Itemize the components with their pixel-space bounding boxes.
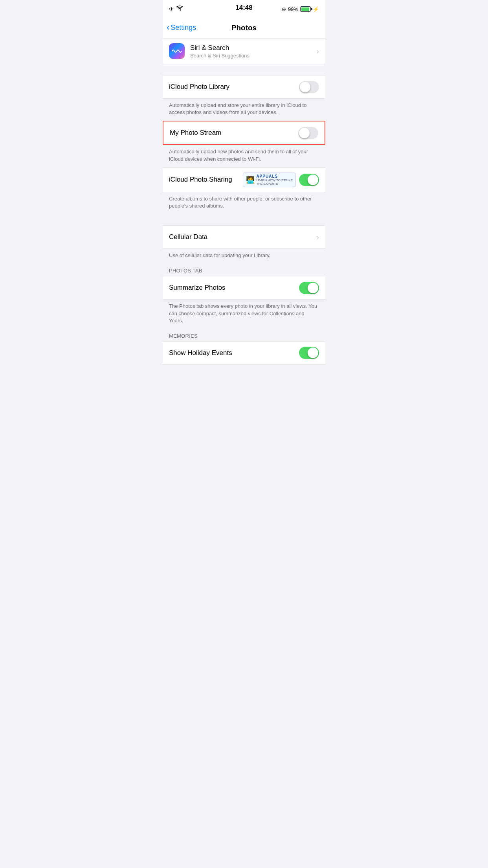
location-icon: ⊕ xyxy=(282,6,286,12)
section-separator-1 xyxy=(163,64,325,75)
toggle-thumb-stream xyxy=(299,128,310,138)
cellular-data-text: Cellular Data xyxy=(169,233,313,241)
siri-row-text: Siri & Search Search & Siri Suggestions xyxy=(190,44,313,59)
my-photo-stream-toggle[interactable] xyxy=(298,127,318,139)
icloud-photo-library-description: Automatically upload and store your enti… xyxy=(163,99,325,121)
icloud-photo-sharing-description: Create albums to share with other people… xyxy=(163,192,325,214)
back-button[interactable]: ‹ Settings xyxy=(167,24,196,32)
icloud-photo-library-row[interactable]: iCloud Photo Library xyxy=(163,75,325,98)
cellular-data-description: Use of cellular data for updating your L… xyxy=(163,249,325,264)
toggle-thumb xyxy=(300,82,310,92)
status-bar: ✈ 14:48 ⊕ 99% ⚡ xyxy=(163,0,325,17)
siri-row-title: Siri & Search xyxy=(190,44,313,52)
summarize-photos-row[interactable]: Summarize Photos xyxy=(163,276,325,299)
icloud-photo-sharing-text: iCloud Photo Sharing xyxy=(169,176,240,184)
charging-icon: ⚡ xyxy=(313,6,319,12)
icloud-photo-library-label: iCloud Photo Library xyxy=(169,83,299,91)
battery-percent: 99% xyxy=(288,6,298,12)
cellular-data-chevron-icon: › xyxy=(316,233,319,242)
siri-icon xyxy=(169,43,185,59)
summarize-photos-description: The Photos tab shows every photo in your… xyxy=(163,300,325,329)
back-chevron-icon: ‹ xyxy=(167,23,169,32)
icloud-photo-sharing-label: iCloud Photo Sharing xyxy=(169,176,240,184)
memories-section-label: MEMORIES xyxy=(163,329,325,341)
page-title: Photos xyxy=(231,24,257,32)
icloud-photo-library-text: iCloud Photo Library xyxy=(169,83,299,91)
nav-bar: ‹ Settings Photos xyxy=(163,17,325,39)
my-photo-stream-row[interactable]: My Photo Stream xyxy=(163,121,325,144)
my-photo-stream-label: My Photo Stream xyxy=(170,129,298,137)
show-holiday-events-label: Show Holiday Events xyxy=(169,349,299,357)
photos-tab-section-label: PHOTOS TAB xyxy=(163,264,325,276)
back-label[interactable]: Settings xyxy=(171,24,196,32)
show-holiday-events-row[interactable]: Show Holiday Events xyxy=(163,342,325,364)
my-photo-stream-text: My Photo Stream xyxy=(170,129,298,137)
toggle-thumb-sharing xyxy=(308,175,318,185)
summarize-photos-text: Summarize Photos xyxy=(169,284,299,292)
icloud-photo-library-toggle[interactable] xyxy=(299,81,319,93)
summarize-photos-label: Summarize Photos xyxy=(169,284,299,292)
icloud-photo-sharing-toggle[interactable] xyxy=(299,174,319,186)
status-right-icons: ⊕ 99% ⚡ xyxy=(282,6,319,12)
appuals-figure-icon: 🧑‍💻 xyxy=(246,175,255,184)
status-left-icons: ✈ xyxy=(169,5,183,13)
show-holiday-events-toggle[interactable] xyxy=(299,347,319,359)
show-holiday-events-text: Show Holiday Events xyxy=(169,349,299,357)
siri-row-subtitle: Search & Siri Suggestions xyxy=(190,53,313,59)
battery-icon xyxy=(300,6,311,12)
cellular-data-label: Cellular Data xyxy=(169,233,313,241)
icloud-photo-sharing-row[interactable]: iCloud Photo Sharing 🧑‍💻 APPUALS LEARN H… xyxy=(163,168,325,192)
summarize-photos-toggle[interactable] xyxy=(299,282,319,294)
siri-row-chevron-icon: › xyxy=(316,47,319,56)
appuals-watermark: 🧑‍💻 APPUALS LEARN HOW TO STRIKETHE EXPER… xyxy=(243,173,296,187)
airplane-icon: ✈ xyxy=(169,6,174,13)
siri-search-row[interactable]: Siri & Search Search & Siri Suggestions … xyxy=(163,39,325,64)
cellular-data-row[interactable]: Cellular Data › xyxy=(163,226,325,248)
toggle-thumb-summarize xyxy=(308,283,318,293)
my-photo-stream-description: Automatically upload new photos and send… xyxy=(163,145,325,167)
wifi-icon xyxy=(176,5,183,13)
section-separator-2 xyxy=(163,214,325,225)
toggle-thumb-holiday xyxy=(308,348,318,358)
status-time: 14:48 xyxy=(235,4,252,12)
